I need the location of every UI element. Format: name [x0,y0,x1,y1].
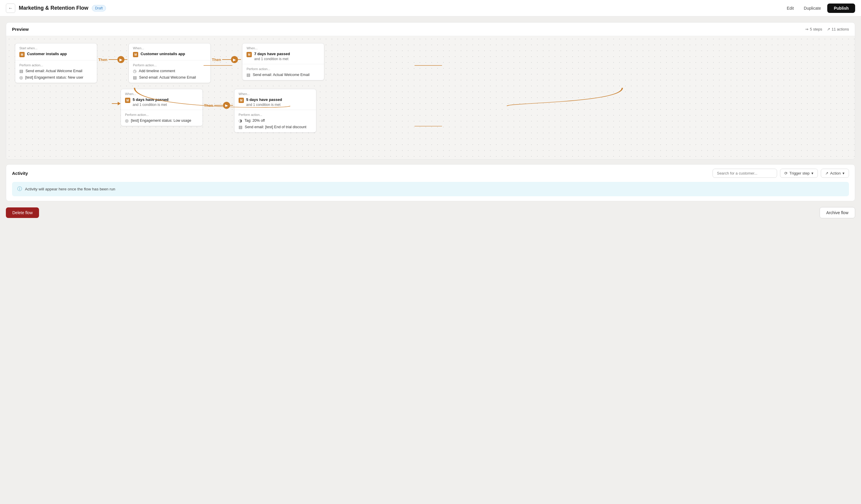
when-sub-3: and 1 condition is met [254,57,290,61]
bottom-arrow-in [112,102,121,105]
trigger-step-label: Trigger step [789,171,810,176]
h-line-1 [109,59,118,60]
comment-icon: ◷ [133,69,136,73]
h-line-2b [238,59,241,60]
preview-meta: ⇒ 5 steps ↗ 11 actions [805,27,849,31]
action-chevron-icon: ▾ [843,171,845,176]
when-item-2: M Customer uninstalls app [133,52,206,57]
h-line-2 [222,59,231,60]
trigger-item: M Customer installs app [19,52,93,57]
step-card-1: Start when... M Customer installs app Pe… [15,43,97,83]
activity-controls: ⟳ Trigger step ▾ ↗ Action ▾ [712,169,849,178]
action-item-3-1: ▤ Send email: Actual Welcome Email [246,72,320,77]
then-label-2: Then [212,57,221,62]
h-line-3 [214,105,223,106]
step-col2-top: When... M Customer uninstalls app Perfor… [128,43,211,83]
preview-title: Preview [12,27,29,32]
step-col1: Start when... M Customer installs app Pe… [15,43,97,83]
when-sub-4: and 1 condition is met [133,103,168,107]
preview-header: Preview ⇒ 5 steps ↗ 11 actions [6,23,855,36]
then-label-1: Then [98,57,107,62]
action-text-3-1: Send email: Actual Welcome Email [253,73,310,77]
trigger-text: Customer installs app [27,52,67,57]
draft-badge: Draft [92,5,106,12]
email-icon-3: ▤ [246,72,250,77]
perform-label-4: Perform action... [125,113,199,116]
action-button[interactable]: ↗ Action ▾ [821,169,849,178]
when-text-2: Customer uninstalls app [140,52,185,57]
step-action-section-3: Perform action... ▤ Send email: Actual W… [242,64,324,80]
action-item-1-2: ◎ [test] Engagement status: New user [19,75,93,80]
h-line-1b [124,59,127,60]
header-left: ← Marketing & Retention Flow Draft [6,3,106,13]
when-item-3: M 7 days have passed and 1 condition is … [246,52,320,61]
then-connector-2: Then ▶ [211,56,242,63]
delete-flow-button[interactable]: Delete flow [6,207,39,218]
action-item-5-1: ◑ Tag: 20% off [238,118,312,123]
step-col2-bottom: When... M 5 days have passed and 1 condi… [121,89,203,126]
user-icon-1: ◎ [19,75,23,80]
activity-header: Activity ⟳ Trigger step ▾ ↗ Action ▾ [6,165,855,182]
h-line-bottom-in [112,103,118,104]
arrow-head-bottom [118,102,121,105]
action-text-2-2: Send email: Actual Welcome Email [139,75,196,80]
back-button[interactable]: ← [6,3,15,13]
action-text-2-1: Add timeline comment [139,69,175,73]
step-when-section-5: When... M 5 days have passed and 1 condi… [234,89,316,110]
action-item-2-2: ▤ Send email: Actual Welcome Email [133,75,206,80]
action-item-1-1: ▤ Send email: Actual Welcome Email [19,69,93,73]
flow-canvas: Start when... M Customer installs app Pe… [6,36,855,159]
start-label: Start when... [19,46,93,50]
publish-button[interactable]: Publish [827,3,855,13]
then-connector-3: Then ▶ [203,102,234,109]
when-label-2: When... [133,46,206,50]
edit-button[interactable]: Edit [783,4,797,12]
when-text-3: 7 days have passed [254,52,290,57]
arrow-circle-3: ▶ [223,102,230,109]
email-icon-5: ▤ [238,125,242,129]
duplicate-button[interactable]: Duplicate [800,4,824,12]
perform-label-2: Perform action... [133,64,206,67]
activity-info-text: Activity will appear here once the flow … [25,187,115,191]
m-icon-5: M [238,98,244,103]
action-text-5-2: Send email: [test] End of trial discount [245,125,306,129]
step-card-4: When... M 5 days have passed and 1 condi… [121,89,203,126]
step-col3-bottom: When... M 5 days have passed and 1 condi… [234,89,316,132]
activity-info-box: ⓘ Activity will appear here once the flo… [12,182,849,196]
header: ← Marketing & Retention Flow Draft Edit … [0,0,861,16]
trigger-step-chevron-icon: ▾ [811,171,814,176]
when-item-5: M 5 days have passed and 1 condition is … [238,97,312,107]
m-icon-2: M [133,52,138,57]
trigger-step-button[interactable]: ⟳ Trigger step ▾ [780,169,818,178]
actions-icon: ↗ [827,27,830,31]
user-icon-4: ◎ [125,118,128,123]
step-card-3: When... M 7 days have passed and 1 condi… [242,43,324,80]
activity-panel: Activity ⟳ Trigger step ▾ ↗ Action ▾ ⓘ A… [6,164,855,201]
flow-wrapper: Start when... M Customer installs app Pe… [15,43,846,132]
when-label-4: When... [125,92,199,96]
arrow-circle-2: ▶ [231,56,238,63]
action-item-2-1: ◷ Add timeline comment [133,69,206,73]
step-action-section-1: Perform action... ▤ Send email: Actual W… [15,60,97,83]
action-text-5-1: Tag: 20% off [244,118,265,123]
arrow-circle-1: ▶ [118,56,124,63]
tag-icon: ◑ [238,118,242,123]
customer-search-input[interactable] [712,169,777,178]
archive-flow-button[interactable]: Archive flow [820,207,855,218]
step-when-section-2: When... M Customer uninstalls app [129,43,210,60]
step-card-5: When... M 5 days have passed and 1 condi… [234,89,316,132]
email-icon-1: ▤ [19,69,23,73]
footer: Delete flow Archive flow [0,207,861,224]
step-col3-top: When... M 7 days have passed and 1 condi… [242,43,324,80]
when-text-4: 5 days have passed [133,97,168,102]
action-label: Action [830,171,841,176]
bottom-row: When... M 5 days have passed and 1 condi… [112,89,846,132]
action-item-4-1: ◎ [test] Engagement status: Low usage [125,118,199,123]
page-title: Marketing & Retention Flow [19,5,88,11]
when-sub-5: and 1 condition is met [246,103,282,107]
when-item-4: M 5 days have passed and 1 condition is … [125,97,199,107]
step-trigger-section: Start when... M Customer installs app [15,43,97,60]
email-icon-2: ▤ [133,75,137,80]
perform-label-5: Perform action... [238,113,312,116]
when-label-3: When... [246,46,320,50]
